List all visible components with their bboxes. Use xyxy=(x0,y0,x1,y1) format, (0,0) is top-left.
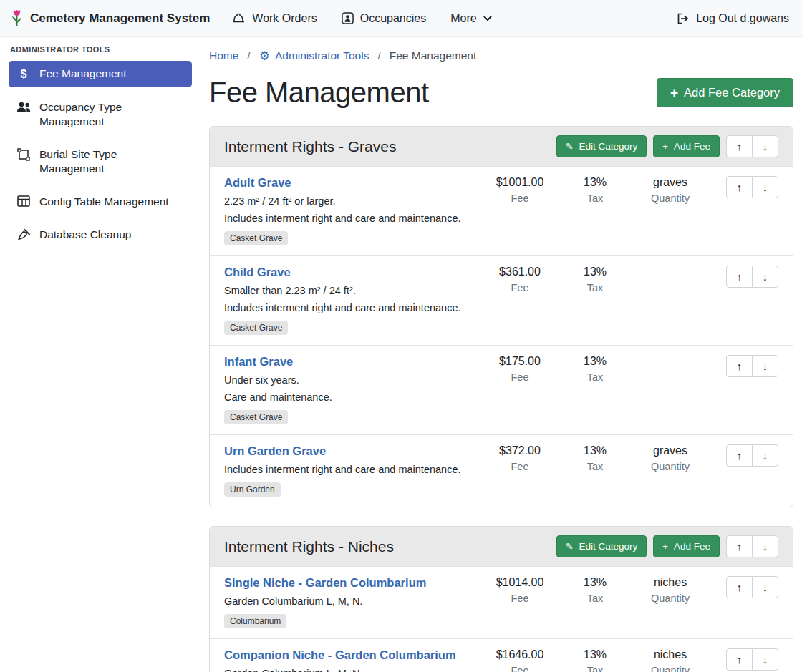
move-fee-down-button[interactable]: ↓ xyxy=(752,176,778,198)
plus-icon: + xyxy=(662,542,668,551)
move-fee-up-button[interactable]: ↑ xyxy=(726,355,753,377)
edit-category-button[interactable]: ✎ Edit Category xyxy=(556,535,647,557)
table-icon xyxy=(16,195,32,207)
gear-icon: ⚙ xyxy=(259,50,270,62)
page-title: Fee Management xyxy=(209,77,429,109)
chevron-down-icon xyxy=(483,16,492,21)
pencil-icon: ✎ xyxy=(566,542,574,551)
arrow-up-icon: ↑ xyxy=(737,360,743,372)
tulip-logo-icon xyxy=(10,9,24,28)
fee-amount: $372.00 xyxy=(478,444,562,457)
move-fee-down-button[interactable]: ↓ xyxy=(752,266,778,288)
users-icon xyxy=(16,100,32,112)
fee-row-adult-grave: Adult Grave 2.23 m² / 24 ft² or larger. … xyxy=(210,166,793,255)
move-category-up-button[interactable]: ↑ xyxy=(726,135,753,157)
tax-label: Tax xyxy=(562,371,628,383)
move-fee-down-button[interactable]: ↓ xyxy=(752,576,778,598)
add-fee-button[interactable]: + Add Fee xyxy=(653,535,720,557)
sidebar-item-fee-management[interactable]: $ Fee Management xyxy=(9,61,192,87)
occupant-icon xyxy=(342,12,354,24)
fee-description: Garden Columbarium L, M, N. xyxy=(224,668,472,672)
arrow-up-icon: ↑ xyxy=(737,581,743,593)
arrow-down-icon: ↓ xyxy=(763,540,768,552)
fee-name-link[interactable]: Infant Grave xyxy=(224,355,293,368)
move-fee-down-button[interactable]: ↓ xyxy=(752,444,778,467)
quantity-label: Quantity xyxy=(628,593,712,604)
fee-description: Care and maintenance. xyxy=(224,391,472,403)
breadcrumb-home-link[interactable]: Home xyxy=(209,49,238,62)
logout-icon xyxy=(677,13,690,24)
arrow-down-icon: ↓ xyxy=(763,271,768,283)
arrow-down-icon: ↓ xyxy=(763,449,768,462)
move-category-down-button[interactable]: ↓ xyxy=(752,135,778,157)
arrow-up-icon: ↑ xyxy=(737,540,743,552)
logout-button[interactable]: Log Out d.gowans xyxy=(677,12,789,25)
fee-label: Fee xyxy=(478,282,562,293)
fee-name-link[interactable]: Adult Grave xyxy=(224,176,291,189)
quantity-label: Quantity xyxy=(628,665,712,672)
fee-type-badge: Casket Grave xyxy=(224,410,288,424)
fee-category-card-graves: Interment Rights - Graves ✎ Edit Categor… xyxy=(209,126,793,507)
fee-amount: $1014.00 xyxy=(478,576,562,589)
fee-label: Fee xyxy=(478,665,562,672)
sidebar-item-config-table-management[interactable]: Config Table Management xyxy=(9,189,192,215)
category-title: Interment Rights - Niches xyxy=(224,538,394,555)
edit-category-button[interactable]: ✎ Edit Category xyxy=(556,135,647,157)
move-fee-up-button[interactable]: ↑ xyxy=(726,444,753,467)
move-category-up-button[interactable]: ↑ xyxy=(726,535,753,557)
breadcrumb-admin-tools-link[interactable]: ⚙ Administrator Tools xyxy=(259,49,369,62)
top-navbar: Cemetery Management System Work Orders O… xyxy=(0,0,802,37)
tax-value: 13% xyxy=(562,176,628,189)
arrow-down-icon: ↓ xyxy=(763,581,768,593)
move-fee-down-button[interactable]: ↓ xyxy=(752,648,778,671)
fee-row-companion-niche: Companion Niche - Garden Columbarium Gar… xyxy=(210,638,793,672)
admin-sidebar: Administrator Tools $ Fee Management Occ… xyxy=(0,37,200,672)
fee-name-link[interactable]: Companion Niche - Garden Columbarium xyxy=(224,648,456,661)
vector-square-icon xyxy=(16,147,32,161)
app-title: Cemetery Management System xyxy=(30,11,210,26)
quantity-value: graves xyxy=(628,444,712,457)
fee-name-link[interactable]: Single Niche - Garden Columbarium xyxy=(224,576,426,589)
move-category-down-button[interactable]: ↓ xyxy=(752,535,778,557)
nav-more-menu[interactable]: More xyxy=(450,12,491,25)
add-fee-button[interactable]: + Add Fee xyxy=(653,135,720,157)
sidebar-item-burial-site-type-management[interactable]: Burial Site Type Management xyxy=(9,142,192,182)
tax-label: Tax xyxy=(562,282,628,293)
sidebar-heading: Administrator Tools xyxy=(9,45,192,61)
quantity-label: Quantity xyxy=(628,193,712,204)
category-header: Interment Rights - Niches ✎ Edit Categor… xyxy=(210,527,793,566)
tax-value: 13% xyxy=(562,355,628,368)
nav-links: Work Orders Occupancies More xyxy=(231,12,491,25)
tax-label: Tax xyxy=(562,193,628,204)
fee-row-infant-grave: Infant Grave Under six years. Care and m… xyxy=(210,345,793,434)
move-fee-up-button[interactable]: ↑ xyxy=(726,576,753,598)
move-fee-up-button[interactable]: ↑ xyxy=(726,176,753,198)
arrow-up-icon: ↑ xyxy=(737,271,743,283)
fee-name-link[interactable]: Urn Garden Grave xyxy=(224,444,326,457)
pencil-icon: ✎ xyxy=(566,142,574,151)
move-fee-down-button[interactable]: ↓ xyxy=(752,355,778,377)
hard-hat-icon xyxy=(231,13,246,24)
fee-label: Fee xyxy=(478,371,562,383)
sidebar-item-occupancy-type-management[interactable]: Occupancy Type Management xyxy=(9,94,192,135)
fee-type-badge: Urn Garden xyxy=(224,482,281,497)
add-fee-category-button[interactable]: + Add Fee Category xyxy=(657,78,793,107)
fee-description: Includes interment right and care and ma… xyxy=(224,464,472,475)
app-brand[interactable]: Cemetery Management System xyxy=(10,9,210,28)
fee-row-urn-garden-grave: Urn Garden Grave Includes interment righ… xyxy=(210,434,793,507)
fee-description: Includes interment right and care and ma… xyxy=(224,302,472,313)
nav-work-orders[interactable]: Work Orders xyxy=(231,12,317,25)
move-fee-up-button[interactable]: ↑ xyxy=(726,648,753,671)
arrow-down-icon: ↓ xyxy=(763,140,768,152)
fee-description: Includes interment right and care and ma… xyxy=(224,213,472,224)
fee-name-link[interactable]: Child Grave xyxy=(224,266,291,278)
fee-description: Smaller than 2.23 m² / 24 ft². xyxy=(224,285,472,296)
fee-label: Fee xyxy=(478,193,562,204)
broom-icon xyxy=(16,228,32,241)
sidebar-item-database-cleanup[interactable]: Database Cleanup xyxy=(9,222,192,248)
move-fee-up-button[interactable]: ↑ xyxy=(726,266,753,288)
main-content: Home / ⚙ Administrator Tools / Fee Manag… xyxy=(200,37,802,672)
fee-row-single-niche: Single Niche - Garden Columbarium Garden… xyxy=(210,566,793,638)
nav-occupancies[interactable]: Occupancies xyxy=(342,12,427,25)
tax-value: 13% xyxy=(562,576,628,589)
